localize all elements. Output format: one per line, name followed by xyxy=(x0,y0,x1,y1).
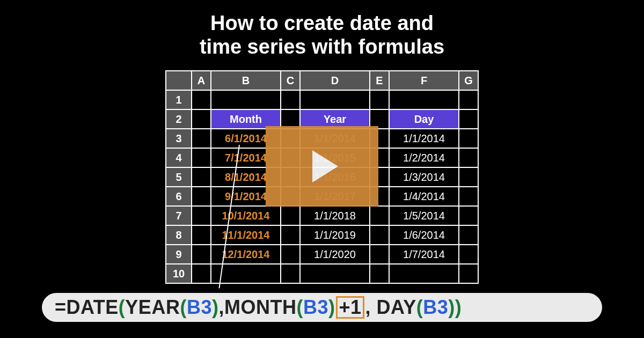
cell xyxy=(459,109,478,129)
cell xyxy=(459,245,478,264)
cell-f: 1/3/2014 xyxy=(389,167,459,187)
row-num: 8 xyxy=(166,225,192,245)
cell xyxy=(192,167,211,187)
table-row: 8 11/1/2014 1/1/2019 1/6/2014 xyxy=(166,225,478,245)
col-header-e: E xyxy=(370,71,389,90)
col-header-b: B xyxy=(211,71,281,90)
space xyxy=(371,296,377,318)
paren: ) xyxy=(448,296,455,318)
cell xyxy=(459,206,478,225)
formula-bar: =DATE(YEAR(B3),MONTH(B3)+1, DAY(B3)) xyxy=(42,293,602,322)
table-row: 7 10/1/2014 1/1/2018 1/5/2014 xyxy=(166,206,478,225)
row-num: 6 xyxy=(166,187,192,206)
eq: = xyxy=(55,296,67,318)
cell-d: 1/1/2019 xyxy=(300,225,370,245)
cell-f: 1/2/2014 xyxy=(389,148,459,167)
page-title: How to create date and time series with … xyxy=(0,0,644,58)
cell xyxy=(192,90,211,109)
cell-f: 1/5/2014 xyxy=(389,206,459,225)
highlight-box: +1 xyxy=(336,296,364,319)
cell xyxy=(370,245,389,264)
formula-text: =DATE(YEAR(B3),MONTH(B3)+1, DAY(B3)) xyxy=(55,296,462,319)
cell xyxy=(300,90,370,109)
row-num: 1 xyxy=(166,90,192,109)
cell xyxy=(459,129,478,148)
paren: ) xyxy=(328,296,335,318)
cell xyxy=(281,206,300,225)
cell xyxy=(370,264,389,283)
row-num: 7 xyxy=(166,206,192,225)
row-num: 3 xyxy=(166,129,192,148)
cell-f: 1/4/2014 xyxy=(389,187,459,206)
cell xyxy=(192,148,211,167)
table-row: 9 12/1/2014 1/1/2020 1/7/2014 xyxy=(166,245,478,264)
cell xyxy=(192,109,211,129)
cell-f: 1/7/2014 xyxy=(389,245,459,264)
row-num: 10 xyxy=(166,264,192,283)
comma: , xyxy=(365,296,371,318)
cell-f: 1/1/2014 xyxy=(389,129,459,148)
cell xyxy=(192,187,211,206)
cell xyxy=(459,167,478,187)
col-header-d: D xyxy=(300,71,370,90)
col-header-a: A xyxy=(192,71,211,90)
cell xyxy=(192,225,211,245)
fn-year: YEAR xyxy=(125,296,180,318)
title-line-2: time series with formulas xyxy=(200,35,444,58)
cell xyxy=(459,148,478,167)
table-row: 10 xyxy=(166,264,478,283)
ref: B3 xyxy=(187,296,212,318)
col-header-c: C xyxy=(281,71,300,90)
paren: ( xyxy=(296,296,303,318)
paren: ( xyxy=(180,296,187,318)
fn-date: DATE xyxy=(67,296,119,318)
cell-d: 1/1/2020 xyxy=(300,245,370,264)
cell xyxy=(370,206,389,225)
cell xyxy=(389,90,459,109)
cell xyxy=(281,225,300,245)
cell xyxy=(281,245,300,264)
cell xyxy=(300,264,370,283)
table-row: 1 xyxy=(166,90,478,109)
cell-d: 1/1/2018 xyxy=(300,206,370,225)
cell xyxy=(281,264,300,283)
comma: , xyxy=(218,296,224,318)
paren: ) xyxy=(455,296,462,318)
cell xyxy=(459,90,478,109)
cell-b: 10/1/2014 xyxy=(211,206,281,225)
cell-b: 11/1/2014 xyxy=(211,225,281,245)
cell xyxy=(281,90,300,109)
row-num: 9 xyxy=(166,245,192,264)
col-header-f: F xyxy=(389,71,459,90)
cell-b: 12/1/2014 xyxy=(211,245,281,264)
paren: ( xyxy=(119,296,126,318)
cell-f: 1/6/2014 xyxy=(389,225,459,245)
ref: B3 xyxy=(303,296,328,318)
fn-month: MONTH xyxy=(224,296,296,318)
cell xyxy=(370,90,389,109)
row-num: 4 xyxy=(166,148,192,167)
corner-cell xyxy=(166,71,192,90)
fn-day: DAY xyxy=(377,296,416,318)
row-num: 2 xyxy=(166,109,192,129)
column-header-row: A B C D E F G xyxy=(166,71,478,90)
cell xyxy=(459,187,478,206)
cell xyxy=(192,245,211,264)
header-day: Day xyxy=(389,109,459,129)
plus-one: +1 xyxy=(339,296,361,318)
cell xyxy=(459,225,478,245)
play-icon xyxy=(312,150,338,182)
paren: ( xyxy=(416,296,423,318)
play-button[interactable] xyxy=(266,126,378,207)
cell xyxy=(370,225,389,245)
cell xyxy=(192,129,211,148)
cell xyxy=(192,206,211,225)
col-header-g: G xyxy=(459,71,478,90)
paren: ) xyxy=(212,296,219,318)
cell xyxy=(211,90,281,109)
cell xyxy=(389,264,459,283)
title-line-1: How to create date and xyxy=(210,12,434,34)
row-num: 5 xyxy=(166,167,192,187)
cell xyxy=(459,264,478,283)
cell xyxy=(192,264,211,283)
